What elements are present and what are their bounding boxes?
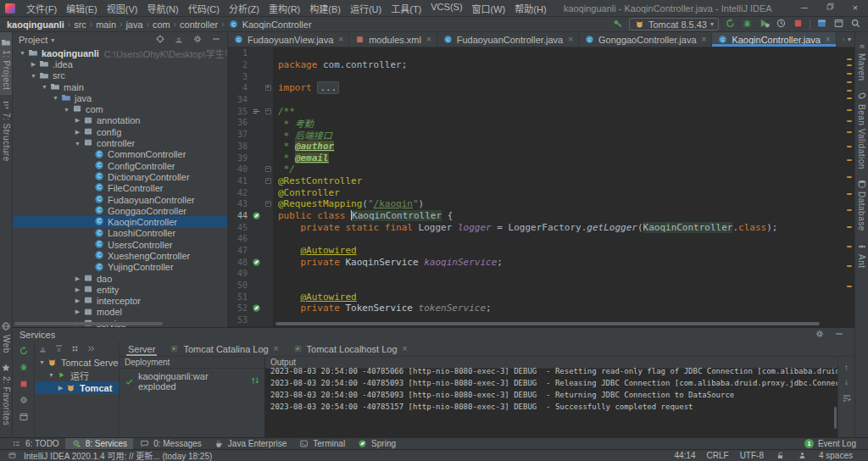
code-line-1[interactable]: 1 bbox=[228, 47, 854, 59]
chevron-right-icon[interactable]: ▶ bbox=[29, 61, 38, 68]
tool-stripe-button[interactable]: 2: Favorites bbox=[0, 358, 12, 430]
tree-item-YujingController[interactable]: CYujingController bbox=[13, 262, 227, 273]
menu-item[interactable]: 分析(Z) bbox=[225, 1, 264, 16]
close-icon[interactable]: × bbox=[568, 35, 573, 44]
status-widget[interactable]: 4 spaces bbox=[819, 451, 853, 460]
services-tree-item-Tomcat[interactable]: ▶Tomcat bbox=[35, 381, 119, 394]
warning-stripe-mark[interactable] bbox=[847, 131, 852, 133]
frame-button[interactable] bbox=[833, 18, 844, 31]
tool-stripe-button[interactable]: Bean Validation bbox=[855, 86, 868, 175]
coverage-button[interactable] bbox=[759, 18, 770, 31]
code-line-46[interactable]: 46 bbox=[228, 233, 854, 245]
debug-button[interactable] bbox=[742, 18, 753, 31]
tool-stripe-button[interactable]: 7: Structure bbox=[0, 95, 12, 167]
status-message[interactable]: IntelliJ IDEA 2020.1.4 可用: // 更新... (tod… bbox=[24, 449, 212, 461]
code-line-47[interactable]: 47 @Autowired bbox=[228, 245, 854, 257]
tool-window-button-6: TODO[interactable]: 6: TODO bbox=[5, 438, 65, 449]
code-line-45[interactable]: 45 private static final Logger logger = … bbox=[228, 221, 854, 233]
hector-icon[interactable] bbox=[797, 450, 808, 461]
deployment-item[interactable]: kaoqinguanli:war exploded bbox=[120, 369, 264, 394]
chevron-right-icon[interactable]: ▶ bbox=[73, 308, 82, 315]
tree-item-com[interactable]: ▼com bbox=[13, 103, 227, 114]
close-icon[interactable]: × bbox=[274, 344, 279, 353]
status-widget[interactable]: CRLF bbox=[707, 451, 729, 460]
search-button[interactable] bbox=[850, 18, 861, 31]
code-line-40[interactable]: 40− */ bbox=[228, 164, 854, 175]
stop-button[interactable] bbox=[18, 378, 29, 391]
restore-icon[interactable] bbox=[817, 0, 843, 16]
warning-stripe-mark[interactable] bbox=[847, 159, 852, 161]
gear-button[interactable] bbox=[18, 395, 29, 408]
profiler-button[interactable] bbox=[776, 18, 787, 31]
fold-marker-icon[interactable]: + bbox=[265, 85, 271, 91]
menu-item[interactable]: 视图(V) bbox=[103, 1, 142, 16]
code-line-34[interactable]: 34 bbox=[228, 94, 854, 106]
tree-item-FileController[interactable]: CFileController bbox=[13, 183, 227, 194]
code-line-2[interactable]: 2package com.controller; bbox=[228, 59, 854, 71]
target-button[interactable] bbox=[154, 34, 165, 47]
editor-tab-modules.xml[interactable]: modules.xml× bbox=[349, 32, 437, 47]
editor-tab-KaoqinController.java[interactable]: CKaoqinController.java× bbox=[712, 32, 836, 47]
tree-item-CommonController[interactable]: CCommonController bbox=[13, 149, 227, 160]
menu-item[interactable]: VCS(S) bbox=[426, 1, 466, 16]
tree-item-main[interactable]: ▼main bbox=[13, 81, 227, 92]
menu-item[interactable]: 重构(R) bbox=[264, 1, 304, 16]
tool-stripe-button[interactable]: 1: Project bbox=[0, 32, 12, 95]
fold-marker-icon[interactable]: − bbox=[265, 108, 271, 114]
tool-window-button-0: Messages[interactable]: 0: Messages bbox=[133, 438, 208, 449]
tree-item-interceptor[interactable]: ▶interceptor bbox=[13, 296, 227, 307]
chevron-right-icon[interactable]: ▶ bbox=[56, 385, 65, 392]
warning-stripe-mark[interactable] bbox=[847, 193, 852, 195]
warning-stripe-mark[interactable] bbox=[847, 109, 852, 111]
tree-item-dao[interactable]: ▶dao bbox=[13, 273, 227, 284]
editor-tab-FudaoyuanView.java[interactable]: CFudaoyuanView.java× bbox=[228, 32, 349, 47]
tool-window-button-Spring[interactable]: Spring bbox=[351, 438, 402, 449]
services-tree-item-Tomcat Server[interactable]: ▼Tomcat Server bbox=[35, 356, 119, 369]
tree-item-config[interactable]: ▶config bbox=[13, 126, 227, 137]
menu-item[interactable]: 构建(B) bbox=[305, 1, 345, 16]
editor-tab-GonggaoController.java[interactable]: CGonggaoController.java× bbox=[579, 32, 712, 47]
code-line-52[interactable]: 52 private TokenService tokenService; bbox=[228, 303, 854, 314]
tree-item-controller[interactable]: ▼controller bbox=[13, 137, 227, 148]
close-icon[interactable]: × bbox=[426, 35, 431, 44]
tool-stripe-button[interactable]: Web bbox=[0, 317, 12, 358]
fold-marker-icon[interactable]: − bbox=[265, 178, 271, 184]
stop-button[interactable] bbox=[793, 18, 804, 31]
tool-window-button-8: Services[interactable]: 8: Services bbox=[65, 438, 133, 449]
breadcrumb-item[interactable]: kaoqinguanli bbox=[7, 19, 64, 30]
arrow-down-icon[interactable]: ↓ bbox=[844, 378, 849, 386]
code-line-35[interactable]: 35−/** bbox=[228, 105, 854, 117]
tool-stripe-button[interactable]: Ant bbox=[855, 236, 868, 274]
tree-item-FudaoyuanController[interactable]: CFudaoyuanController bbox=[13, 194, 227, 205]
soft-wrap-button[interactable] bbox=[841, 392, 852, 405]
menu-item[interactable]: 代码(C) bbox=[184, 1, 224, 16]
tree-item-kaoqinguanli[interactable]: ▼kaoqinguanliC:\Users\OhyK\Desktop\学生考勤管… bbox=[13, 47, 227, 58]
frame-button[interactable] bbox=[18, 411, 29, 424]
services-tree-item-运行[interactable]: ▼运行 bbox=[35, 369, 119, 381]
build-button[interactable] bbox=[612, 18, 623, 31]
tree-item-XueshengController[interactable]: CXueshengController bbox=[13, 250, 227, 261]
menu-item[interactable]: 文件(F) bbox=[22, 1, 61, 16]
arrow-up-icon[interactable]: ↑ bbox=[844, 364, 849, 372]
editor-hscrollbar[interactable] bbox=[275, 322, 843, 325]
menu-item[interactable]: 运行(U) bbox=[346, 1, 386, 16]
unlock-icon[interactable] bbox=[775, 450, 786, 461]
warning-stripe-mark[interactable] bbox=[847, 226, 852, 228]
run-configuration-select[interactable]: Tomcat 8.5.43▾ bbox=[629, 18, 719, 31]
code-line-48[interactable]: 48 private KaoqinService kaoqinService; bbox=[228, 256, 854, 268]
console-log[interactable]: 2023-08-03 20:54:00 -40785066 [http-nio-… bbox=[265, 365, 837, 437]
breadcrumb-item[interactable]: src bbox=[74, 19, 86, 30]
tool-window-button-Terminal[interactable]: Terminal bbox=[292, 438, 351, 449]
collapse-all-button[interactable] bbox=[173, 34, 184, 47]
status-widget[interactable]: 44:14 bbox=[674, 451, 695, 460]
code-line-41[interactable]: 41−@RestController bbox=[228, 175, 854, 187]
tree-item-annotation[interactable]: ▶annotation bbox=[13, 115, 227, 126]
deploy-icon[interactable] bbox=[249, 375, 260, 388]
chevron-right-icon[interactable]: ▶ bbox=[73, 275, 82, 282]
chevron-right-icon[interactable]: ▶ bbox=[73, 286, 82, 293]
editor-tab-FudaoyuanController.java[interactable]: CFudaoyuanController.java× bbox=[437, 32, 579, 47]
debug-button[interactable] bbox=[18, 362, 29, 375]
minimize-button[interactable] bbox=[210, 34, 221, 47]
code-line-50[interactable]: 50 bbox=[228, 280, 854, 292]
hidden-tabs-button[interactable]: ▾ bbox=[844, 32, 854, 47]
